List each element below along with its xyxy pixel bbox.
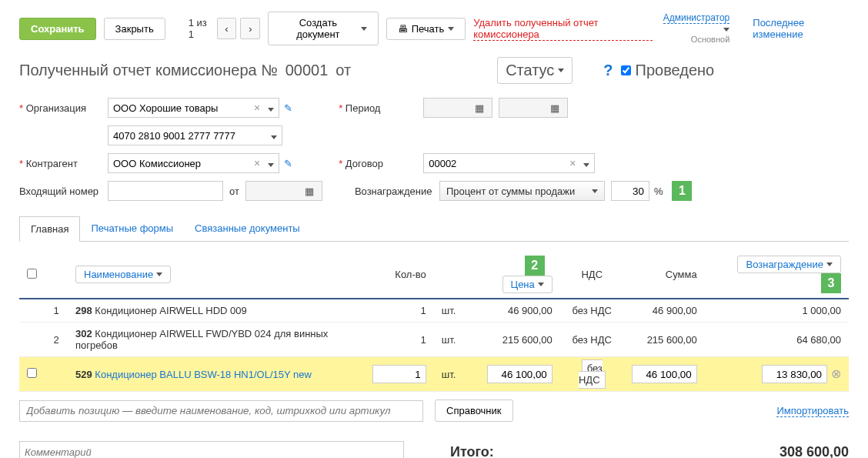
org-input[interactable]: × bbox=[108, 98, 279, 118]
price-input[interactable] bbox=[487, 365, 553, 383]
items-table: Наименование Кол-во 2Цена НДС Сумма Возн… bbox=[19, 251, 849, 392]
contract-input[interactable]: × bbox=[423, 153, 595, 173]
price: 46 900,00 bbox=[463, 299, 559, 323]
caret-icon bbox=[448, 27, 454, 31]
price: 215 600,00 bbox=[463, 323, 559, 357]
pager-prev[interactable]: ‹ bbox=[217, 18, 237, 39]
col-qty: Кол-во bbox=[365, 251, 434, 299]
sum: 215 600,00 bbox=[624, 323, 705, 357]
posted-checkbox[interactable] bbox=[621, 65, 631, 75]
dropdown-icon[interactable] bbox=[579, 158, 594, 169]
dropdown-icon[interactable] bbox=[263, 102, 279, 114]
ot-label: от bbox=[223, 186, 245, 197]
vat: без НДС bbox=[560, 299, 624, 323]
item-name: Кондиционер AIRWELL FWD/YBD 024 для винн… bbox=[75, 328, 328, 351]
org-account-field[interactable] bbox=[108, 126, 266, 145]
clear-icon[interactable]: × bbox=[251, 102, 263, 114]
pager-text: 1 из 1 bbox=[189, 17, 213, 40]
table-row[interactable]: 2 302 Кондиционер AIRWELL FWD/YBD 024 дл… bbox=[19, 323, 849, 357]
badge-2: 2 bbox=[525, 256, 545, 276]
reward-label: Вознаграждение bbox=[355, 186, 439, 197]
total-label: Итого: bbox=[450, 444, 494, 458]
pager-next[interactable]: › bbox=[240, 18, 260, 39]
col-price[interactable]: Цена bbox=[502, 276, 553, 293]
org-label: Организация bbox=[19, 102, 108, 114]
sum: 46 900,00 bbox=[624, 299, 705, 323]
row-checkbox[interactable] bbox=[27, 368, 37, 378]
vat: без НДС bbox=[560, 323, 624, 357]
unit: шт. bbox=[434, 357, 464, 392]
close-button[interactable]: Закрыть bbox=[104, 18, 165, 40]
calendar-icon: ▦ bbox=[472, 102, 487, 114]
check-all[interactable] bbox=[27, 269, 37, 279]
item-name[interactable]: Кондиционер BALLU BSW-18 HN1/OL/15Y new bbox=[95, 369, 312, 380]
comment-textarea[interactable] bbox=[19, 441, 404, 458]
clear-icon[interactable]: × bbox=[566, 157, 579, 169]
contr-label: Контрагент bbox=[19, 158, 108, 169]
table-row[interactable]: 529 Кондиционер BALLU BSW-18 HN1/OL/15Y … bbox=[19, 357, 849, 392]
import-link[interactable]: Импортировать bbox=[776, 405, 849, 417]
reward-type-select[interactable]: Процент от суммы продажи bbox=[439, 181, 605, 201]
qty-input[interactable] bbox=[372, 365, 426, 383]
delete-row-icon[interactable]: ⊗ bbox=[827, 367, 841, 380]
caret-icon bbox=[592, 189, 598, 193]
badge-1: 1 bbox=[672, 181, 692, 201]
save-button[interactable]: Сохранить bbox=[19, 18, 96, 40]
admin-sub: Основной bbox=[691, 35, 729, 44]
pct-sign: % bbox=[649, 186, 668, 197]
tab-linked-docs[interactable]: Связанные документы bbox=[184, 216, 311, 241]
dropdown-icon[interactable] bbox=[263, 158, 279, 169]
admin-link[interactable]: Администратор bbox=[663, 12, 730, 24]
tab-main[interactable]: Главная bbox=[19, 216, 80, 242]
col-name[interactable]: Наименование bbox=[75, 266, 171, 283]
edit-icon[interactable]: ✎ bbox=[284, 158, 292, 169]
contract-field[interactable] bbox=[424, 154, 566, 172]
help-icon[interactable]: ? bbox=[603, 62, 613, 79]
posted-checkbox-label[interactable]: Проведено bbox=[621, 62, 715, 79]
incoming-num-field[interactable] bbox=[108, 181, 223, 201]
create-doc-button[interactable]: Создать документ bbox=[268, 12, 378, 45]
row-num: 2 bbox=[45, 323, 68, 357]
item-name: Кондиционер AIRWELL HDD 009 bbox=[95, 305, 246, 316]
qty: 1 bbox=[365, 323, 434, 357]
reward-input[interactable] bbox=[762, 365, 827, 383]
contr-input[interactable]: × bbox=[108, 153, 279, 173]
edit-icon[interactable]: ✎ bbox=[284, 102, 292, 114]
badge-3: 3 bbox=[821, 273, 841, 293]
clear-icon[interactable]: × bbox=[251, 157, 263, 169]
printer-icon: 🖶 bbox=[398, 23, 408, 35]
row-num: 1 bbox=[45, 299, 68, 323]
dropdown-icon[interactable] bbox=[266, 130, 282, 142]
ot-label: от bbox=[336, 62, 351, 79]
caret-icon bbox=[558, 69, 564, 72]
item-code: 302 bbox=[75, 328, 92, 339]
period-from[interactable]: ▦ bbox=[423, 98, 492, 118]
unit: шт. bbox=[434, 323, 464, 357]
calendar-icon: ▦ bbox=[302, 186, 317, 197]
contract-label: Договор bbox=[339, 158, 423, 169]
reference-button[interactable]: Справочник bbox=[435, 399, 513, 422]
tab-print-forms[interactable]: Печатные формы bbox=[80, 216, 184, 241]
calendar-icon: ▦ bbox=[547, 102, 563, 114]
table-row[interactable]: 1 298 Кондиционер AIRWELL HDD 009 1 шт. … bbox=[19, 299, 849, 323]
item-code: 298 bbox=[75, 305, 92, 316]
sum-input[interactable] bbox=[632, 365, 697, 383]
period-to[interactable]: ▦ bbox=[499, 98, 568, 118]
print-button[interactable]: 🖶Печать bbox=[386, 18, 466, 40]
last-change-link[interactable]: Последнее изменение bbox=[753, 17, 849, 40]
reward-pct-input[interactable] bbox=[611, 181, 649, 201]
org-field[interactable] bbox=[108, 99, 251, 117]
status-select[interactable]: Статус bbox=[497, 57, 573, 84]
doc-title-text: Полученный отчет комиссионера № bbox=[19, 62, 278, 79]
incoming-date[interactable]: ▦ bbox=[245, 181, 322, 201]
contr-field[interactable] bbox=[108, 154, 251, 172]
unit: шт. bbox=[434, 299, 464, 323]
row-num bbox=[45, 357, 68, 392]
delete-link[interactable]: Удалить полученный отчет комиссионера bbox=[473, 17, 653, 41]
col-vat: НДС bbox=[560, 251, 624, 299]
col-reward[interactable]: Вознаграждение bbox=[737, 256, 841, 273]
vat-cell[interactable]: без НДС bbox=[579, 359, 606, 389]
add-item-input[interactable] bbox=[19, 400, 423, 422]
org-account-input[interactable] bbox=[108, 125, 282, 145]
item-code: 529 bbox=[75, 369, 92, 380]
